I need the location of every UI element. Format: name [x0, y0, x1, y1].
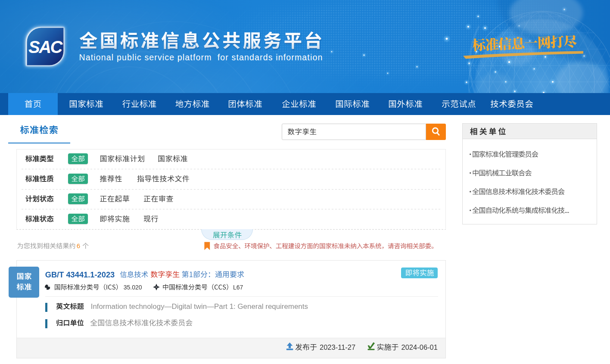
svg-text:National public service platfo: National public service platform for sta… [79, 53, 323, 62]
svg-text:SAC: SAC [28, 37, 63, 56]
svg-text:6: 6 [77, 242, 80, 249]
